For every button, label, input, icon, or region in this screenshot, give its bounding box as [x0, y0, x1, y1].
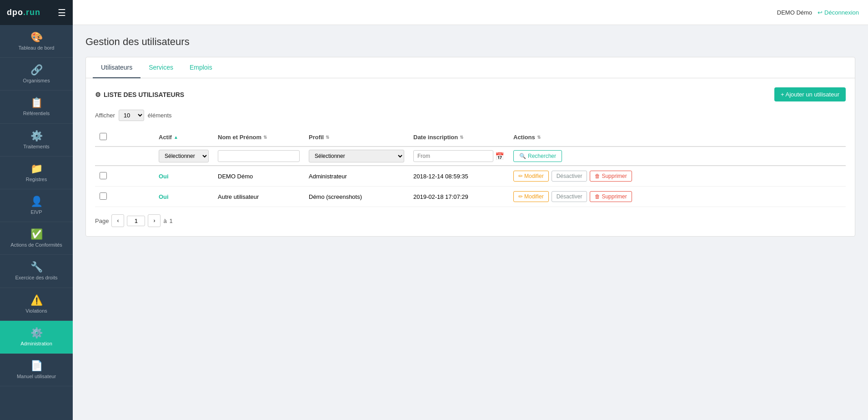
section-header: ⚙ LISTE DES UTILISATEURS + Ajouter un ut…: [95, 87, 846, 101]
table-body: Oui DEMO Démo Administrateur 2018-12-14 …: [95, 166, 846, 207]
delete-icon: 🗑: [595, 173, 600, 179]
row2-supprimer-button[interactable]: 🗑 Supprimer: [590, 191, 632, 202]
filter-nom-input[interactable]: [218, 150, 300, 162]
table-header-row: Actif ▲ Nom et Prénom ⇅: [95, 128, 846, 147]
sidebar-label: Organismes: [23, 78, 50, 84]
row1-date-cell: 2018-12-14 08:59:35: [409, 166, 509, 187]
tab-utilisateurs[interactable]: Utilisateurs: [93, 57, 140, 78]
filter-search-cell: 🔍 Rechercher: [509, 147, 846, 166]
users-table: Actif ▲ Nom et Prénom ⇅: [95, 128, 846, 207]
row2-profil: Démo (screenshots): [309, 193, 362, 200]
sort-date-icon[interactable]: ⇅: [460, 135, 463, 140]
traitements-icon: ⚙️: [30, 130, 43, 142]
table-row: Oui Autre utilisateur Démo (screenshots)…: [95, 187, 846, 207]
organismes-icon: 🔗: [30, 64, 43, 76]
card-body: ⚙ LISTE DES UTILISATEURS + Ajouter un ut…: [86, 78, 855, 236]
sidebar-label: Registres: [26, 177, 47, 182]
row1-modifier-button[interactable]: ✏ Modifier: [513, 171, 549, 182]
select-all-checkbox[interactable]: [100, 133, 107, 140]
sidebar-item-registres[interactable]: 📁 Registres: [0, 157, 73, 189]
sort-nom-icon[interactable]: ⇅: [263, 135, 267, 140]
exercice-icon: 🔧: [30, 261, 43, 273]
sort-actif-icon[interactable]: ▲: [174, 135, 178, 140]
sidebar-label: Violations: [25, 308, 47, 314]
th-actif: Actif ▲: [154, 128, 213, 147]
sidebar-item-violations[interactable]: ⚠️ Violations: [0, 288, 73, 321]
eivp-icon: 👤: [30, 196, 43, 207]
row2-profil-cell: Démo (screenshots): [304, 187, 409, 207]
logo-text: dpo.run: [7, 8, 40, 17]
row1-checkbox[interactable]: [100, 172, 107, 179]
sidebar-item-referentiels[interactable]: 📋 Référentiels: [0, 91, 73, 123]
row1-profil-cell: Administrateur: [304, 166, 409, 187]
row2-date-cell: 2019-02-18 17:07:29: [409, 187, 509, 207]
total-pages: 1: [170, 218, 173, 224]
th-actions: Actions ⇅: [509, 128, 846, 147]
filter-date-cell: 📅: [409, 147, 509, 166]
sidebar-item-administration[interactable]: ⚙️ Administration: [0, 321, 73, 354]
tabs: Utilisateurs Services Emplois: [86, 57, 855, 78]
sidebar-logo: dpo.run ☰: [0, 0, 73, 25]
sidebar-item-exercice-droits[interactable]: 🔧 Exercice des droits: [0, 255, 73, 288]
delete-icon: 🗑: [595, 193, 600, 200]
filter-profil-select[interactable]: Sélectionner Administrateur Démo (screen…: [309, 150, 404, 162]
sidebar-item-tableau-de-bord[interactable]: 🎨 Tableau de bord: [0, 25, 73, 58]
sidebar-item-actions-conformites[interactable]: ✅ Actions de Conformités: [0, 222, 73, 255]
sidebar-item-eivp[interactable]: 👤 EIVP: [0, 189, 73, 222]
tab-emplois[interactable]: Emplois: [181, 57, 221, 78]
page-title: Gestion des utilisateurs: [85, 36, 855, 48]
next-page-button[interactable]: ›: [148, 214, 161, 227]
row2-date: 2019-02-18 17:07:29: [413, 193, 468, 200]
search-button[interactable]: 🔍 Rechercher: [513, 150, 562, 162]
violations-icon: ⚠️: [30, 294, 43, 306]
filter-profil-cell: Sélectionner Administrateur Démo (screen…: [304, 147, 409, 166]
entries-select[interactable]: 10 25 50 100: [119, 110, 144, 121]
row1-actif: Oui: [159, 173, 169, 180]
calendar-icon[interactable]: 📅: [495, 152, 504, 161]
filter-actif-select[interactable]: Sélectionner Oui Non: [159, 150, 209, 162]
sidebar-label: Traitements: [23, 144, 50, 150]
show-entries: Afficher 10 25 50 100 éléments: [95, 110, 846, 121]
row2-checkbox[interactable]: [100, 192, 107, 200]
row1-actions-cell: ✏ Modifier Désactiver 🗑 Supprimer: [509, 166, 846, 187]
table-row: Oui DEMO Démo Administrateur 2018-12-14 …: [95, 166, 846, 187]
sort-actions-icon[interactable]: ⇅: [537, 135, 541, 140]
row1-profil: Administrateur: [309, 173, 347, 180]
table-wrapper: Actif ▲ Nom et Prénom ⇅: [95, 128, 846, 207]
sidebar-item-organismes[interactable]: 🔗 Organismes: [0, 58, 73, 91]
row1-checkbox-cell: [95, 166, 154, 187]
sidebar-label: EIVP: [30, 209, 42, 215]
dashboard-icon: 🎨: [30, 31, 43, 43]
row2-actions-cell: ✏ Modifier Désactiver 🗑 Supprimer: [509, 187, 846, 207]
add-user-button[interactable]: + Ajouter un utilisateur: [774, 87, 846, 101]
sort-profil-icon[interactable]: ⇅: [326, 135, 329, 140]
row2-modifier-button[interactable]: ✏ Modifier: [513, 191, 549, 202]
prev-page-button[interactable]: ‹: [111, 214, 124, 227]
row2-desactiver-button[interactable]: Désactiver: [552, 191, 587, 202]
row2-checkbox-cell: [95, 187, 154, 207]
page-input[interactable]: [127, 216, 145, 226]
th-checkbox: [95, 128, 154, 147]
sidebar-label: Manuel utilisateur: [17, 374, 56, 380]
sidebar-label: Administration: [20, 341, 52, 347]
logout-button[interactable]: ↩ Déconnexion: [818, 9, 859, 16]
manuel-icon: 📄: [30, 360, 43, 372]
hamburger-button[interactable]: ☰: [58, 7, 66, 18]
topbar-user: DEMO Démo: [777, 9, 812, 16]
section-title: ⚙ LISTE DES UTILISATEURS: [95, 91, 184, 98]
th-nom: Nom et Prénom ⇅: [213, 128, 304, 147]
tab-services[interactable]: Services: [140, 57, 181, 78]
sidebar-item-manuel[interactable]: 📄 Manuel utilisateur: [0, 354, 73, 386]
sidebar-label: Tableau de bord: [19, 45, 55, 51]
sidebar-item-traitements[interactable]: ⚙️ Traitements: [0, 124, 73, 157]
edit-icon: ✏: [518, 173, 523, 179]
settings-icon: ⚙: [95, 91, 101, 98]
row2-actif-cell: Oui: [154, 187, 213, 207]
row1-desactiver-button[interactable]: Désactiver: [552, 171, 587, 182]
row2-actif: Oui: [159, 193, 169, 200]
row1-nom: DEMO Démo: [218, 173, 253, 180]
pagination: Page ‹ › à 1: [95, 214, 846, 227]
row1-actif-cell: Oui: [154, 166, 213, 187]
row1-supprimer-button[interactable]: 🗑 Supprimer: [590, 171, 632, 182]
filter-date-input[interactable]: [413, 150, 493, 162]
